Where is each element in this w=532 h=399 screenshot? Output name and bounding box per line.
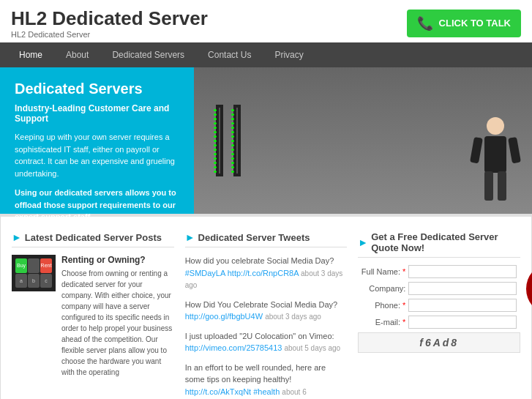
nav-item-dedicated-servers[interactable]: Dedicated Servers bbox=[100, 42, 196, 67]
form-row-email: E-mail: * bbox=[358, 316, 517, 329]
click-to-talk-button[interactable]: 📞 CLICK TO TALK bbox=[407, 10, 521, 37]
server-rack-1 bbox=[216, 105, 223, 176]
form-fields: Full Name: * Company: Phone: * E-mail: * bbox=[358, 265, 517, 332]
nav-item-about[interactable]: About bbox=[54, 42, 100, 67]
key-a: a bbox=[15, 274, 27, 288]
hero-image bbox=[194, 67, 532, 214]
captcha-image: f6Ad8 bbox=[358, 332, 520, 353]
svg-rect-2 bbox=[484, 171, 493, 201]
header: HL2 Dedicated Server HL2 Dedicated Serve… bbox=[0, 0, 532, 42]
form-row-phone: Phone: * bbox=[358, 299, 517, 312]
label-phone: Phone: * bbox=[358, 301, 405, 310]
svg-rect-4 bbox=[470, 137, 483, 164]
req-fullname: * bbox=[402, 267, 405, 276]
hero-title: Dedicated Servers bbox=[15, 81, 179, 97]
tweet-1: How did you celebrate Social Media Day? … bbox=[185, 255, 348, 291]
req-phone: * bbox=[402, 301, 405, 310]
tweet-4-link[interactable]: http://t.co/AkTxqNt #health bbox=[185, 387, 280, 396]
content-area: ► Latest Dedicated Server Posts Buy Rent… bbox=[0, 214, 532, 399]
hero-section: Dedicated Servers Industry-Leading Custo… bbox=[0, 67, 532, 214]
hero-subtitle: Industry-Leading Customer Care and Suppo… bbox=[15, 103, 179, 124]
navigation: Home About Dedicated Servers Contact Us … bbox=[0, 42, 532, 67]
svg-rect-3 bbox=[498, 171, 506, 201]
click-to-talk-label: CLICK TO TALK bbox=[439, 18, 511, 29]
key-b: b bbox=[28, 274, 40, 288]
site-branding: HL2 Dedicated Server HL2 Dedicated Serve… bbox=[11, 7, 208, 39]
input-company[interactable] bbox=[408, 282, 517, 295]
hero-left-panel: Dedicated Servers Industry-Leading Custo… bbox=[0, 67, 194, 214]
svg-rect-1 bbox=[484, 136, 506, 173]
label-fullname: Full Name: * bbox=[358, 267, 405, 276]
input-fullname[interactable] bbox=[408, 265, 517, 278]
tweets-title: ► Dedicated Server Tweets bbox=[185, 231, 348, 247]
tweet-3-time: about 5 days ago bbox=[284, 344, 340, 352]
tweet-2-time: about 3 days ago bbox=[265, 313, 321, 321]
quote-title-arrow: ► bbox=[358, 236, 368, 248]
quote-form-section: ► Get a Free Dedicated Server Quote Now!… bbox=[358, 231, 520, 399]
post-title[interactable]: Renting or Owning? bbox=[61, 255, 174, 265]
site-title: HL2 Dedicated Server bbox=[11, 7, 208, 30]
req-email: * bbox=[402, 318, 405, 327]
tweet-4-time: about 6 bbox=[282, 388, 306, 396]
key-c: c bbox=[40, 274, 52, 288]
post-item-renting: Buy Rent a b c Renting or Owning? Choose… bbox=[12, 255, 174, 378]
main-content: ► Latest Dedicated Server Posts Buy Rent… bbox=[1, 215, 531, 399]
hero-image-placeholder bbox=[194, 67, 532, 214]
tweet-2: How Did You Celebrate Social Media Day? … bbox=[185, 299, 348, 323]
latest-posts-section: ► Latest Dedicated Server Posts Buy Rent… bbox=[12, 231, 174, 399]
tweet-2-text: How Did You Celebrate Social Media Day? bbox=[185, 300, 338, 309]
phone-icon: 📞 bbox=[417, 15, 433, 31]
latest-posts-label: Latest Dedicated Server Posts bbox=[25, 232, 162, 243]
input-email[interactable] bbox=[408, 316, 517, 329]
tweets-label: Dedicated Server Tweets bbox=[198, 232, 310, 243]
tweet-1-link[interactable]: #SMDayLA http://t.co/RnpCR8A bbox=[185, 269, 299, 277]
site-subtitle: HL2 Dedicated Server bbox=[11, 30, 208, 39]
tweet-4-text: In an effort to be well rounded, here ar… bbox=[185, 363, 326, 384]
keyboard-icon: Buy Rent a b c bbox=[15, 258, 52, 288]
tweet-4: In an effort to be well rounded, here ar… bbox=[185, 362, 348, 398]
tweets-section: ► Dedicated Server Tweets How did you ce… bbox=[185, 231, 348, 399]
tweet-3: I just uploaded "2U Colocation" on Vimeo… bbox=[185, 330, 348, 354]
nav-item-privacy[interactable]: Privacy bbox=[263, 42, 315, 67]
tweet-3-link[interactable]: http://vimeo.com/25785413 bbox=[185, 343, 282, 352]
nav-item-home[interactable]: Home bbox=[7, 42, 54, 67]
tweet-1-text: How did you celebrate Social Media Day? bbox=[185, 256, 334, 265]
hero-person bbox=[470, 111, 521, 214]
quote-form-title: ► Get a Free Dedicated Server Quote Now! bbox=[358, 231, 520, 258]
form-row-fullname: Full Name: * bbox=[358, 265, 517, 278]
svg-point-0 bbox=[487, 117, 504, 135]
post-content: Renting or Owning? Choose from owning or… bbox=[61, 255, 174, 378]
request-quote-button[interactable]: Request a Free Quote! bbox=[526, 265, 532, 313]
label-email: E-mail: * bbox=[358, 318, 405, 327]
hero-description: Keeping up with your own server requires… bbox=[15, 131, 179, 179]
form-row-company: Company: bbox=[358, 282, 517, 295]
key-rent: Rent bbox=[40, 258, 52, 273]
tweet-3-text: I just uploaded "2U Colocation" on Vimeo… bbox=[185, 332, 334, 340]
tweets-title-arrow: ► bbox=[185, 231, 195, 243]
nav-item-contact-us[interactable]: Contact Us bbox=[196, 42, 263, 67]
key-empty bbox=[28, 258, 40, 273]
key-buy: Buy bbox=[15, 258, 27, 273]
post-thumbnail: Buy Rent a b c bbox=[12, 255, 56, 291]
hero-highlight: Using our dedicated servers allows you t… bbox=[15, 187, 179, 223]
post-text: Choose from owning or renting a dedicate… bbox=[61, 268, 174, 378]
posts-title-arrow: ► bbox=[12, 231, 22, 243]
form-and-button-wrapper: Full Name: * Company: Phone: * E-mail: * bbox=[358, 265, 520, 332]
quote-form-label: Get a Free Dedicated Server Quote Now! bbox=[371, 231, 520, 253]
latest-posts-title: ► Latest Dedicated Server Posts bbox=[12, 231, 174, 247]
server-rack-2 bbox=[233, 105, 241, 176]
label-company: Company: bbox=[358, 284, 405, 293]
input-phone[interactable] bbox=[408, 299, 517, 312]
svg-rect-5 bbox=[508, 137, 521, 164]
tweet-2-link[interactable]: http://goo.gl/fbgbU4W bbox=[185, 312, 263, 321]
